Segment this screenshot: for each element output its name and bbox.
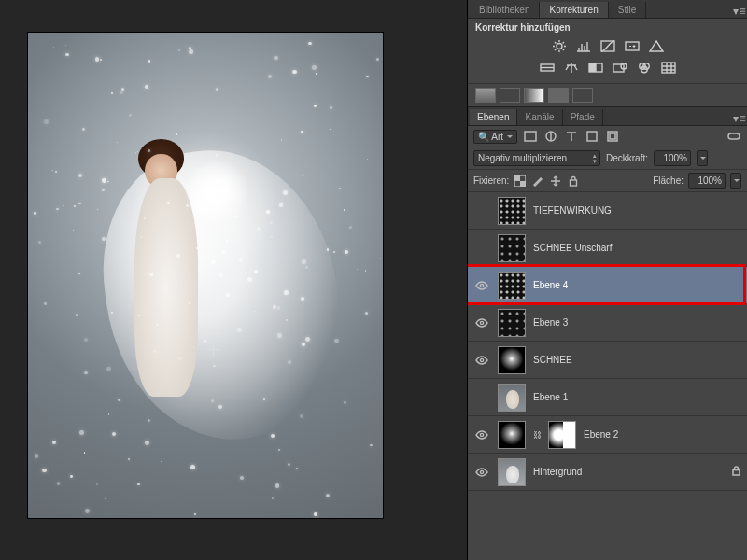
preset-thumb[interactable] [572, 88, 593, 103]
filter-smart-icon[interactable] [605, 129, 620, 144]
opacity-label: Deckkraft: [606, 153, 648, 163]
levels-icon[interactable] [574, 38, 593, 54]
layer-row[interactable]: SCHNEE [468, 342, 747, 379]
layer-name-label[interactable]: Hintergrund [533, 467, 582, 477]
lock-transparency-icon[interactable] [514, 175, 527, 188]
layer-thumbnail[interactable] [498, 384, 526, 412]
opacity-input[interactable]: 100% [654, 150, 691, 166]
svg-point-28 [480, 433, 483, 436]
layer-row[interactable]: Ebene 4 [468, 267, 747, 304]
layer-filter-select[interactable]: 🔍 Art [473, 130, 517, 144]
layer-name-label[interactable]: Ebene 3 [533, 317, 568, 328]
tab-libraries[interactable]: Bibliotheken [470, 2, 540, 18]
lock-pixels-icon[interactable] [531, 175, 544, 188]
panel-tab-row: Bibliotheken Korrekturen Stile ▾≡ [468, 0, 747, 19]
light-flare [184, 159, 249, 224]
fill-input[interactable]: 100% [688, 173, 726, 189]
svg-rect-18 [514, 175, 520, 181]
svg-rect-5 [589, 63, 596, 72]
svg-point-29 [480, 470, 483, 473]
filter-pixel-icon[interactable] [523, 129, 538, 144]
layer-thumbnail[interactable] [498, 346, 526, 374]
layer-thumbnail[interactable] [498, 421, 526, 449]
layer-name-label[interactable]: TIEFENWIRKUNG [533, 205, 612, 216]
layer-list[interactable]: TIEFENWIRKUNGSCHNEE UnscharfEbene 4Ebene… [468, 192, 747, 560]
preset-thumb[interactable] [475, 88, 496, 103]
visibility-toggle-icon[interactable] [474, 353, 489, 368]
lock-position-icon[interactable] [549, 175, 562, 188]
tab-channels[interactable]: Kanäle [517, 109, 562, 125]
visibility-toggle-icon[interactable] [474, 203, 489, 218]
visibility-toggle-icon[interactable] [474, 390, 489, 405]
filter-shape-icon[interactable] [585, 129, 599, 144]
photo-filter-icon[interactable] [611, 60, 629, 76]
visibility-toggle-icon[interactable] [474, 241, 489, 256]
layer-row[interactable]: TIEFENWIRKUNG [468, 192, 747, 230]
layer-mask-thumbnail[interactable] [548, 421, 576, 449]
layer-thumbnail[interactable] [498, 234, 526, 262]
blend-mode-select[interactable]: Negativ multiplizieren▴▾ [473, 150, 600, 166]
layer-thumbnail[interactable] [498, 272, 526, 300]
canvas-image[interactable] [28, 33, 383, 518]
adjustments-row-2 [468, 58, 747, 83]
lock-row: Fixieren: Fläche: 100% [468, 170, 747, 192]
preset-thumb[interactable] [500, 88, 520, 103]
layer-row[interactable]: Hintergrund [468, 454, 747, 491]
filter-toggle-icon[interactable] [726, 129, 741, 144]
filter-type-icon[interactable] [564, 129, 579, 144]
color-lookup-icon[interactable] [659, 60, 678, 76]
svg-rect-17 [728, 133, 740, 139]
svg-point-24 [480, 284, 483, 287]
fill-stepper[interactable] [730, 173, 741, 189]
layers-panel-menu-icon[interactable]: ▾≡ [732, 112, 747, 125]
panel-menu-icon[interactable]: ▾≡ [732, 5, 747, 18]
layer-name-label[interactable]: Ebene 2 [584, 429, 618, 440]
mask-link-icon[interactable]: ⛓ [533, 430, 541, 440]
tab-layers[interactable]: Ebenen [470, 109, 517, 125]
channel-mixer-icon[interactable] [635, 60, 654, 76]
color-balance-icon[interactable] [562, 60, 581, 76]
canvas-area[interactable] [0, 0, 467, 560]
svg-rect-16 [610, 133, 615, 139]
layer-row[interactable]: Ebene 3 [468, 304, 747, 342]
layer-row[interactable]: ⛓Ebene 2 [468, 416, 747, 454]
layer-row[interactable]: Ebene 1 [468, 379, 747, 416]
svg-point-0 [557, 44, 562, 49]
bw-icon[interactable] [586, 60, 605, 76]
vibrance-icon[interactable] [647, 38, 666, 54]
svg-rect-30 [733, 470, 740, 476]
lock-label: Fixieren: [473, 175, 509, 186]
visibility-toggle-icon[interactable] [474, 427, 489, 442]
exposure-icon[interactable] [623, 38, 641, 54]
hue-icon[interactable] [538, 60, 557, 76]
layers-tab-row: Ebenen Kanäle Pfade ▾≡ [468, 107, 747, 126]
svg-point-26 [480, 358, 483, 361]
tab-adjustments[interactable]: Korrekturen [540, 2, 608, 18]
tab-styles[interactable]: Stile [609, 2, 646, 18]
layer-name-label[interactable]: SCHNEE Unscharf [533, 243, 612, 253]
visibility-toggle-icon[interactable] [474, 278, 489, 293]
preset-thumb[interactable] [548, 88, 569, 103]
svg-rect-12 [525, 132, 536, 141]
visibility-toggle-icon[interactable] [474, 315, 489, 330]
layer-thumbnail[interactable] [498, 197, 526, 225]
preset-strip [468, 83, 747, 107]
layer-thumbnail[interactable] [498, 309, 526, 337]
curves-icon[interactable] [599, 38, 617, 54]
tab-paths[interactable]: Pfade [563, 109, 603, 125]
svg-point-25 [480, 321, 483, 324]
filter-adjust-icon[interactable] [543, 129, 558, 144]
layer-name-label[interactable]: Ebene 4 [533, 280, 568, 290]
lock-all-icon[interactable] [567, 175, 580, 188]
layer-name-label[interactable]: SCHNEE [533, 355, 572, 365]
layer-row[interactable]: SCHNEE Unscharf [468, 230, 747, 267]
layer-thumbnail[interactable] [498, 458, 526, 486]
preset-thumb[interactable] [524, 88, 544, 103]
layer-name-label[interactable]: Ebene 1 [533, 392, 568, 402]
visibility-toggle-icon[interactable] [474, 465, 489, 480]
brightness-icon[interactable] [550, 38, 569, 54]
blend-mode-row: Negativ multiplizieren▴▾ Deckkraft: 100% [468, 147, 747, 170]
app-root: Bibliotheken Korrekturen Stile ▾≡ Korrek… [0, 0, 747, 560]
opacity-stepper[interactable] [697, 150, 708, 166]
side-panels: Bibliotheken Korrekturen Stile ▾≡ Korrek… [467, 0, 747, 560]
